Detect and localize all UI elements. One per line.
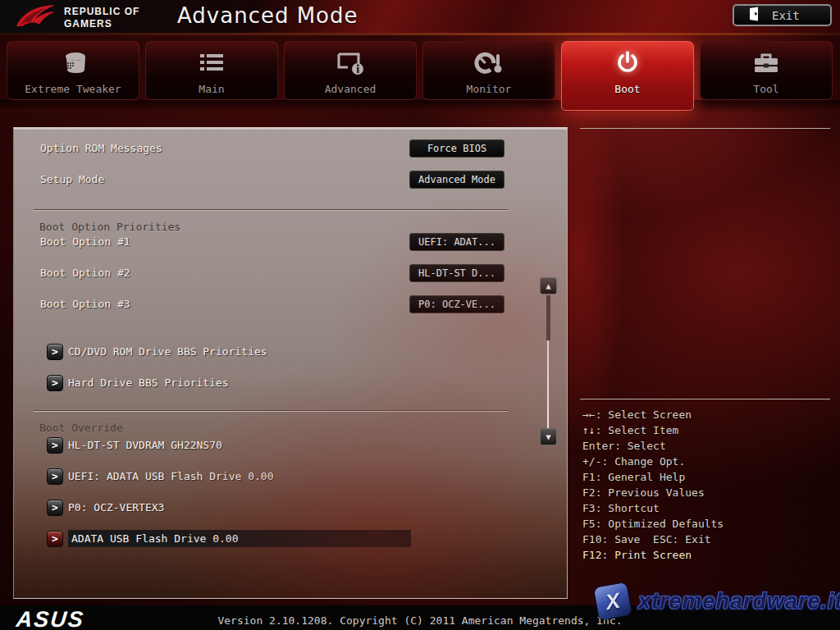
help-bottom-separator — [580, 399, 830, 399]
brand-line1: REPUBLIC OF — [64, 6, 139, 17]
submenu-arrow-icon: > — [47, 468, 63, 485]
menu-item-label-selected: ADATA USB Flash Drive 0.00 — [68, 530, 411, 547]
help-line: F12: Print Screen — [582, 547, 724, 563]
watermark: X xtremehardware.it — [596, 584, 840, 619]
rog-brand: REPUBLIC OF GAMERS — [15, 2, 139, 34]
list-icon — [199, 49, 225, 77]
help-line: ↑↓: Select Item — [582, 422, 724, 438]
boot-override-item-uefi-adata[interactable]: > UEFI: ADATA USB Flash Drive 0.00 — [47, 468, 273, 485]
tab-monitor[interactable]: Monitor — [422, 41, 555, 100]
toolbox-icon — [752, 49, 780, 77]
door-exit-icon — [747, 7, 760, 24]
menu-item-label: UEFI: ADATA USB Flash Drive 0.00 — [68, 468, 273, 485]
separator — [34, 410, 508, 412]
tab-label: Boot — [614, 83, 640, 95]
scrollbar-thumb[interactable] — [546, 295, 550, 340]
submenu-arrow-icon: > — [47, 375, 63, 391]
tab-bar: Extreme Tweaker Main Advanced — [7, 41, 833, 111]
setup-mode-label: Setup Mode — [40, 171, 104, 189]
submenu-arrow-icon: > — [47, 500, 63, 516]
tab-extreme-tweaker[interactable]: Extreme Tweaker — [7, 41, 139, 100]
boot-option-2-value[interactable]: HL-DT-ST D... — [409, 264, 504, 282]
gauge-thermometer-icon — [474, 49, 504, 77]
help-top-separator — [580, 128, 830, 129]
tab-label: Monitor — [467, 83, 512, 95]
key-help-panel: →←: Select Screen ↑↓: Select Item Enter:… — [582, 407, 724, 563]
help-line: +/-: Change Opt. — [582, 454, 724, 469]
brand-line2: GAMERS — [64, 18, 112, 30]
menu-item-label: P0: OCZ-VERTEX3 — [68, 499, 164, 516]
page-title: Advanced Mode — [177, 3, 358, 28]
brand-text: REPUBLIC OF GAMERS — [64, 6, 139, 30]
help-line: F10: Save ESC: Exit — [582, 532, 724, 547]
submenu-arrow-icon: > — [47, 344, 63, 360]
power-icon — [614, 49, 641, 77]
tab-tool[interactable]: Tool — [700, 41, 833, 100]
monitor-info-icon — [336, 49, 364, 77]
tab-label: Tool — [753, 83, 778, 95]
help-line: Enter: Select — [582, 438, 724, 454]
boot-override-section-title: Boot Override — [39, 421, 123, 436]
boot-override-item-dvdram[interactable]: > HL-DT-ST DVDRAM GH22NS70 — [47, 436, 222, 454]
submenu-arrow-icon: > — [47, 437, 63, 454]
top-bar: REPUBLIC OF GAMERS Advanced Mode Exit — [0, 0, 840, 33]
rog-logo-icon — [15, 2, 57, 34]
submenu-arrow-icon: > — [47, 531, 63, 547]
boot-override-item-ocz-vertex3[interactable]: > P0: OCZ-VERTEX3 — [47, 499, 164, 516]
boot-option-3-value[interactable]: P0: OCZ-VE... — [409, 295, 504, 313]
boot-option-1-label: Boot Option #1 — [40, 233, 130, 251]
menu-item-label: Hard Drive BBS Priorities — [68, 374, 229, 391]
watermark-x-icon: X — [593, 582, 633, 622]
boot-option-1-value[interactable]: UEFI: ADAT... — [409, 233, 504, 251]
scroll-up-button[interactable]: ▲ — [540, 277, 557, 294]
option-rom-messages-value[interactable]: Force BIOS — [409, 139, 504, 158]
cd-dvd-bbs-priorities-item[interactable]: > CD/DVD ROM Drive BBS Priorities — [47, 343, 267, 360]
exit-button[interactable]: Exit — [733, 4, 832, 26]
separator — [34, 209, 508, 211]
exit-label: Exit — [772, 9, 800, 22]
scroll-down-button[interactable]: ▼ — [540, 428, 557, 445]
tab-label: Advanced — [325, 83, 377, 95]
option-rom-messages-label: Option ROM Messages — [40, 139, 162, 158]
top-bar-edge — [0, 33, 840, 35]
tab-label: Main — [199, 83, 224, 95]
help-line: F1: General Help — [582, 469, 724, 485]
boot-option-3-label: Boot Option #3 — [40, 295, 130, 313]
help-line: →←: Select Screen — [582, 407, 724, 422]
boot-option-2-label: Boot Option #2 — [40, 264, 130, 282]
boot-override-item-adata-selected[interactable]: > ADATA USB Flash Drive 0.00 — [47, 530, 411, 547]
menu-item-label: HL-DT-ST DVDRAM GH22NS70 — [68, 436, 222, 454]
watermark-text: xtremehardware.it — [638, 589, 840, 614]
tab-boot[interactable]: Boot — [561, 41, 694, 111]
help-line: F5: Optimized Defaults — [582, 516, 724, 532]
hard-drive-bbs-priorities-item[interactable]: > Hard Drive BBS Priorities — [47, 374, 229, 391]
boot-settings-panel: Option ROM Messages Force BIOS Setup Mod… — [13, 127, 568, 599]
tab-advanced[interactable]: Advanced — [284, 41, 417, 100]
tab-label: Extreme Tweaker — [25, 83, 121, 95]
tab-main[interactable]: Main — [145, 41, 278, 100]
setup-mode-value[interactable]: Advanced Mode — [409, 171, 504, 189]
menu-item-label: CD/DVD ROM Drive BBS Priorities — [68, 343, 267, 360]
help-line: F2: Previous Values — [582, 485, 724, 500]
help-line: F3: Shortcut — [582, 500, 724, 516]
tweaker-knob-icon — [58, 49, 88, 77]
